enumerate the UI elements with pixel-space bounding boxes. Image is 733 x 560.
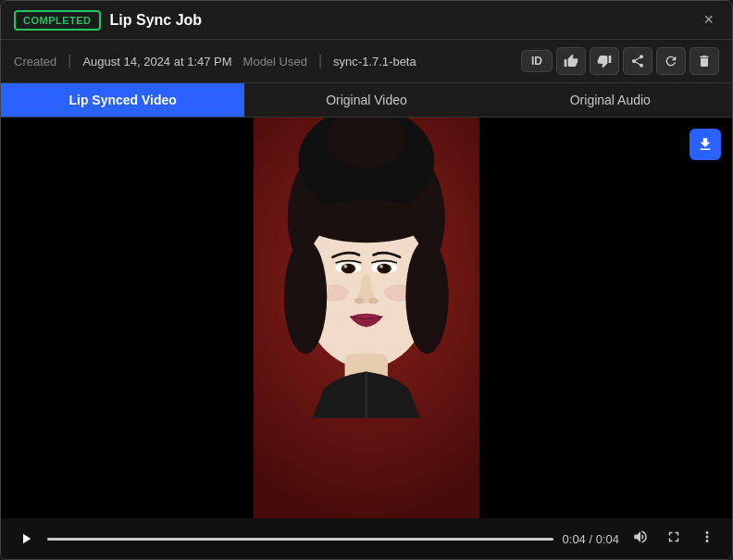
svg-point-17 xyxy=(368,298,379,304)
tab-original-video[interactable]: Original Video xyxy=(244,83,488,117)
close-button[interactable]: × xyxy=(698,8,719,31)
video-container: 0:04 / 0:04 xyxy=(1,118,732,559)
svg-point-16 xyxy=(354,298,365,304)
progress-bar[interactable] xyxy=(47,538,553,541)
svg-point-20 xyxy=(284,239,327,354)
video-area[interactable] xyxy=(1,118,732,518)
play-button[interactable] xyxy=(14,529,38,549)
thumbs-up-button[interactable] xyxy=(556,47,586,75)
progress-fill xyxy=(47,538,553,541)
tabs: Lip Synced Video Original Video Original… xyxy=(1,83,732,118)
svg-point-7 xyxy=(304,200,429,243)
delete-button[interactable] xyxy=(690,47,719,75)
fullscreen-button[interactable] xyxy=(662,527,686,551)
svg-point-21 xyxy=(406,239,449,354)
action-buttons: ID xyxy=(521,47,719,75)
created-value: August 14, 2024 at 1:47 PM xyxy=(82,55,231,68)
share-button[interactable] xyxy=(623,47,652,75)
id-button[interactable]: ID xyxy=(521,50,553,72)
model-value: sync-1.7.1-beta xyxy=(333,55,416,68)
tab-original-audio[interactable]: Original Audio xyxy=(489,83,732,117)
refresh-button[interactable] xyxy=(656,47,686,75)
download-button[interactable] xyxy=(690,129,721,160)
title-bar: COMPLETED Lip Sync Job × xyxy=(1,1,732,40)
modal-title: Lip Sync Job xyxy=(110,12,690,29)
lip-sync-modal: COMPLETED Lip Sync Job × Created | Augus… xyxy=(0,0,733,560)
status-badge: COMPLETED xyxy=(14,10,101,31)
meta-bar: Created | August 14, 2024 at 1:47 PM Mod… xyxy=(1,40,732,83)
video-frame xyxy=(254,118,479,518)
time-display: 0:04 / 0:04 xyxy=(563,532,619,546)
tab-lip-synced-video[interactable]: Lip Synced Video xyxy=(1,83,244,117)
volume-button[interactable] xyxy=(628,527,652,551)
more-options-button[interactable] xyxy=(695,527,719,551)
thumbs-down-button[interactable] xyxy=(590,47,619,75)
svg-point-11 xyxy=(344,265,348,268)
video-controls: 0:04 / 0:04 xyxy=(1,518,732,559)
svg-point-15 xyxy=(379,265,383,268)
model-label: Model Used xyxy=(243,55,307,68)
created-label: Created xyxy=(14,55,56,68)
